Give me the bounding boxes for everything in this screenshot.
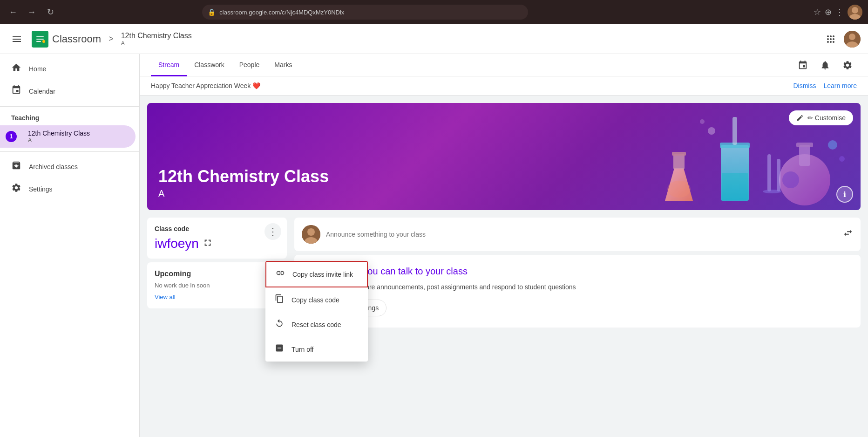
classroom-logo-icon	[32, 31, 48, 48]
tab-stream[interactable]: Stream	[151, 54, 187, 76]
user-avatar-header[interactable]	[844, 31, 861, 48]
sidebar-settings-label: Settings	[29, 185, 53, 193]
right-panel: This is where you can talk to your class…	[294, 218, 861, 430]
sidebar-home-label: Home	[29, 65, 46, 73]
notifications-tab-icon-button[interactable]	[816, 56, 834, 75]
calendar-icon	[11, 85, 21, 98]
classroom-logo-text: Classroom	[52, 33, 101, 45]
browser-more-icon[interactable]: ⋮	[835, 7, 844, 17]
class-badge: 1	[6, 131, 17, 142]
sidebar-item-settings[interactable]: Settings	[0, 178, 136, 200]
sidebar-item-home[interactable]: Home	[0, 58, 136, 80]
class-code-value: iwfoeyn	[155, 236, 279, 251]
svg-point-21	[782, 171, 799, 188]
tabs-bar: Stream Classwork People Marks	[140, 54, 868, 76]
upcoming-title: Upcoming	[155, 270, 279, 278]
class-code-text: iwfoeyn	[155, 236, 199, 251]
archived-icon	[11, 160, 21, 173]
stream-info-title: This is where you can talk to your class	[305, 266, 849, 277]
notification-actions: Dismiss Learn more	[793, 82, 857, 89]
class-breadcrumb[interactable]: 12th Chemistry Class A	[121, 32, 192, 47]
svg-rect-19	[799, 145, 810, 166]
sidebar-class-name: 12th Chemistry Class	[28, 130, 90, 137]
reset-class-code-item[interactable]: Reset class code	[265, 312, 368, 337]
google-apps-button[interactable]	[821, 30, 840, 48]
expand-code-icon[interactable]	[203, 236, 213, 251]
svg-rect-3	[36, 36, 44, 37]
code-menu-button[interactable]: ⋮	[264, 223, 281, 240]
customize-button[interactable]: ✏ Customise	[789, 110, 853, 125]
nav-back-button[interactable]: ←	[6, 5, 20, 20]
announce-input[interactable]	[326, 231, 837, 238]
sidebar: Home Calendar Teaching 1 12th Chemistry …	[0, 54, 140, 437]
sidebar-divider-1	[0, 106, 139, 107]
banner-content: 12th Chemistry Class A	[158, 167, 329, 199]
svg-rect-12	[672, 152, 686, 156]
teaching-label: Teaching	[11, 114, 39, 122]
svg-rect-5	[36, 41, 41, 42]
nav-reload-button[interactable]: ↻	[43, 5, 58, 20]
announce-avatar	[302, 225, 320, 244]
svg-rect-16	[722, 173, 748, 200]
tab-classwork[interactable]: Classwork	[187, 54, 232, 76]
tabs-actions	[793, 56, 857, 75]
settings-tab-icon-button[interactable]	[838, 56, 857, 75]
reset-class-code-label: Reset class code	[292, 321, 341, 328]
class-banner: 12th Chemistry Class A ✏ Customise ℹ	[147, 103, 861, 210]
breadcrumb-class-name: 12th Chemistry Class	[121, 32, 192, 40]
dropdown-menu: Copy class invite link Copy class code R…	[265, 261, 368, 362]
dismiss-link[interactable]: Dismiss	[793, 82, 816, 89]
sidebar-item-calendar[interactable]: Calendar	[0, 80, 136, 102]
svg-rect-11	[673, 154, 685, 169]
learn-more-link[interactable]: Learn more	[823, 82, 857, 89]
content-area: Stream Classwork People Marks	[140, 54, 868, 437]
copy-class-code-label: Copy class code	[292, 296, 339, 304]
breadcrumb-class-section: A	[121, 40, 192, 47]
svg-point-26	[700, 119, 705, 124]
nav-forward-button[interactable]: →	[24, 5, 39, 20]
svg-point-28	[839, 156, 845, 162]
browser-extensions-icon[interactable]: ⊕	[825, 7, 832, 17]
classroom-logo[interactable]: Classroom	[32, 31, 101, 48]
copy-invite-link-item[interactable]: Copy class invite link	[265, 261, 368, 287]
sidebar-item-archived[interactable]: Archived classes	[0, 156, 136, 178]
browser-chrome: ← → ↻ 🔒 classroom.google.com/c/Njc4MDQxM…	[0, 0, 868, 24]
copy-invite-link-label: Copy class invite link	[292, 271, 353, 278]
stream-info-desc: Use the stream to share announcements, p…	[305, 282, 849, 292]
view-all-link[interactable]: View all	[155, 294, 176, 300]
sidebar-archived-label: Archived classes	[29, 163, 78, 171]
bottom-content: Class code iwfoeyn ⋮ Upcoming No work du…	[140, 218, 868, 437]
turn-off-item[interactable]: Turn off	[265, 337, 368, 362]
reset-icon	[275, 319, 284, 330]
banner-class-name: 12th Chemistry Class	[158, 167, 329, 186]
browser-bookmark-icon[interactable]: ☆	[814, 7, 821, 17]
banner-info-button[interactable]: ℹ	[836, 186, 853, 203]
turn-off-icon	[275, 343, 284, 355]
copy-icon	[275, 294, 284, 306]
sidebar-divider-2	[0, 151, 139, 152]
breadcrumb-separator: >	[108, 34, 114, 44]
settings-sidebar-icon	[11, 183, 21, 196]
address-bar[interactable]: 🔒 classroom.google.com/c/Njc4MDQxMzY0NDl…	[202, 5, 528, 20]
svg-point-13	[667, 181, 691, 198]
tab-people[interactable]: People	[232, 54, 267, 76]
sidebar-item-chemistry-class[interactable]: 1 12th Chemistry Class A	[0, 125, 136, 148]
turn-off-label: Turn off	[292, 346, 313, 353]
user-avatar[interactable]	[848, 5, 862, 20]
browser-actions: ☆ ⊕ ⋮	[814, 5, 862, 20]
upcoming-empty-text: No work due in soon	[155, 282, 279, 289]
announce-card	[294, 218, 861, 251]
top-header: Classroom > 12th Chemistry Class A	[0, 24, 868, 54]
tab-marks[interactable]: Marks	[267, 54, 299, 76]
svg-point-30	[307, 228, 315, 236]
app-layout: Classroom > 12th Chemistry Class A	[0, 24, 868, 437]
header-right	[821, 30, 861, 48]
copy-class-code-item[interactable]: Copy class code	[265, 287, 368, 312]
class-code-title: Class code	[155, 225, 279, 232]
hamburger-button[interactable]	[7, 30, 26, 48]
calendar-tab-icon-button[interactable]	[793, 56, 812, 75]
svg-rect-4	[36, 39, 44, 40]
svg-point-0	[852, 7, 858, 14]
announce-arrows-icon[interactable]	[843, 228, 853, 241]
svg-rect-22	[767, 154, 771, 191]
